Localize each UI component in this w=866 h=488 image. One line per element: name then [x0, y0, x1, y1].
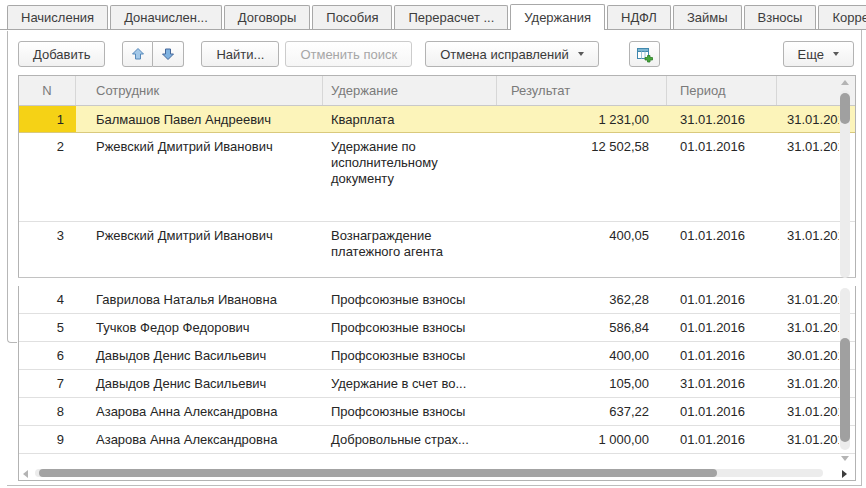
cell-n[interactable]: 9	[19, 426, 76, 453]
move-buttons	[122, 41, 184, 67]
cell-n[interactable]: 3	[19, 222, 76, 277]
cell-period_end[interactable]: 31.01.2016	[777, 398, 839, 425]
cell-period[interactable]: 31.01.2016	[667, 370, 777, 397]
tab-7[interactable]: Займы	[673, 5, 742, 30]
cell-result[interactable]: 637,22	[497, 398, 667, 425]
tab-6[interactable]: НДФЛ	[607, 5, 671, 30]
cell-n[interactable]: 5	[19, 314, 76, 341]
cell-employee[interactable]: Балмашов Павел Андреевич	[76, 106, 323, 132]
cell-employee[interactable]: Гаврилова Наталья Ивановна	[76, 286, 323, 313]
cell-n[interactable]: 4	[19, 286, 76, 313]
vertical-scrollbar-bottom[interactable]	[839, 288, 851, 464]
cell-period[interactable]: 01.01.2016	[667, 398, 777, 425]
cell-n[interactable]: 6	[19, 342, 76, 369]
cell-period[interactable]: 01.01.2016	[667, 342, 777, 369]
column-header-5[interactable]	[777, 76, 839, 105]
table-row[interactable]: 1Балмашов Павел АндреевичКварплата1 231,…	[19, 106, 855, 133]
cell-period_end[interactable]: 31.01.2016	[777, 133, 839, 221]
cell-deduction[interactable]: Профсоюзные взносы	[323, 398, 497, 425]
column-header-1[interactable]: Сотрудник	[76, 76, 323, 105]
cell-period[interactable]: 01.01.2016	[667, 133, 777, 221]
cell-deduction[interactable]: Профсоюзные взносы	[323, 286, 497, 313]
scrollbar-thumb[interactable]	[840, 338, 850, 442]
column-header-4[interactable]: Период	[667, 76, 777, 105]
table-plus-icon	[636, 46, 653, 63]
cancel-search-button[interactable]: Отменить поиск	[285, 41, 412, 67]
cell-period_end[interactable]: 31.01.2016	[777, 426, 839, 453]
cell-deduction[interactable]: Удержание в счет во...	[323, 370, 497, 397]
tab-2[interactable]: Договоры	[224, 5, 310, 30]
move-down-button[interactable]	[153, 41, 184, 67]
move-up-button[interactable]	[122, 41, 153, 67]
scroll-up-icon[interactable]	[841, 80, 849, 85]
cell-employee[interactable]: Давыдов Денис Васильевич	[76, 342, 323, 369]
column-header-0[interactable]: N	[19, 76, 76, 105]
cell-employee[interactable]: Тучков Федор Федорович	[76, 314, 323, 341]
vertical-scrollbar-top[interactable]	[839, 80, 851, 280]
table-row[interactable]: 2Ржевский Дмитрий ИвановичУдержание по и…	[19, 133, 855, 222]
cell-deduction[interactable]: Кварплата	[323, 106, 497, 132]
cancel-corrections-button[interactable]: Отмена исправлений	[425, 41, 599, 67]
column-header-2[interactable]: Удержание	[323, 76, 497, 105]
cell-period_end[interactable]: 31.01.2016	[777, 222, 839, 277]
cell-result[interactable]: 105,00	[497, 370, 667, 397]
tab-1[interactable]: Доначислен...	[110, 5, 222, 30]
cell-period[interactable]: 01.01.2016	[667, 286, 777, 313]
table-row[interactable]: 5Тучков Федор ФедоровичПрофсоюзные взнос…	[19, 314, 855, 342]
cell-result[interactable]: 12 502,58	[497, 133, 667, 221]
scroll-left-icon[interactable]	[23, 470, 28, 478]
cell-result[interactable]: 362,28	[497, 286, 667, 313]
tab-8[interactable]: Взносы	[744, 5, 817, 30]
table-row[interactable]: 9Азарова Анна АлександровнаДобровольные …	[19, 426, 855, 454]
column-header-3[interactable]: Результат	[497, 76, 667, 105]
cell-employee[interactable]: Азарова Анна Александровна	[76, 426, 323, 453]
add-button[interactable]: Добавить	[18, 41, 105, 67]
cell-deduction[interactable]: Вознаграждение платежного агента	[323, 222, 497, 277]
cell-result[interactable]: 586,84	[497, 314, 667, 341]
cell-result[interactable]: 400,05	[497, 222, 667, 277]
scroll-right-icon[interactable]	[842, 470, 847, 478]
more-button[interactable]: Еще	[783, 41, 854, 67]
horizontal-scrollbar[interactable]	[23, 468, 835, 478]
tab-9[interactable]: Корректиров...	[818, 5, 866, 30]
table-row[interactable]: 8Азарова Анна АлександровнаПрофсоюзные в…	[19, 398, 855, 426]
table-row[interactable]: 4Гаврилова Наталья ИвановнаПрофсоюзные в…	[19, 286, 855, 314]
cell-period[interactable]: 01.01.2016	[667, 426, 777, 453]
cell-period[interactable]: 01.01.2016	[667, 314, 777, 341]
cell-result[interactable]: 1 231,00	[497, 106, 667, 132]
cell-deduction[interactable]: Добровольные страх...	[323, 426, 497, 453]
scrollbar-thumb[interactable]	[39, 469, 717, 477]
cell-period_end[interactable]: 31.01.2016	[777, 286, 839, 313]
cell-employee[interactable]: Ржевский Дмитрий Иванович	[76, 133, 323, 221]
cell-employee[interactable]: Ржевский Дмитрий Иванович	[76, 222, 323, 277]
cell-deduction[interactable]: Профсоюзные взносы	[323, 342, 497, 369]
cell-n[interactable]: 8	[19, 398, 76, 425]
tab-5[interactable]: Удержания	[510, 4, 605, 30]
cell-period_end[interactable]: 30.01.2016	[777, 342, 839, 369]
cell-period[interactable]: 01.01.2016	[667, 222, 777, 277]
cell-period_end[interactable]: 31.01.2016	[777, 370, 839, 397]
tab-0[interactable]: Начисления	[7, 5, 108, 30]
scroll-down-icon[interactable]	[841, 456, 849, 461]
cell-n[interactable]: 7	[19, 370, 76, 397]
cell-result[interactable]: 1 000,00	[497, 426, 667, 453]
cell-period_end[interactable]: 31.01.2016	[777, 314, 839, 341]
tab-4[interactable]: Перерасчет ...	[394, 5, 508, 30]
table-row[interactable]: 6Давыдов Денис ВасильевичПрофсоюзные взн…	[19, 342, 855, 370]
tab-3[interactable]: Пособия	[312, 5, 392, 30]
scrollbar-thumb[interactable]	[840, 93, 850, 124]
cell-deduction[interactable]: Удержание по исполнительному документу	[323, 133, 497, 221]
cell-n[interactable]: 1	[19, 106, 76, 132]
find-button[interactable]: Найти...	[201, 41, 279, 67]
cell-result[interactable]: 400,00	[497, 342, 667, 369]
add-column-button[interactable]	[629, 41, 660, 67]
cell-employee[interactable]: Азарова Анна Александровна	[76, 398, 323, 425]
cell-employee[interactable]: Давыдов Денис Васильевич	[76, 370, 323, 397]
deductions-table: NСотрудникУдержаниеРезультатПериод 1Балм…	[18, 75, 856, 481]
table-row[interactable]: 7Давыдов Денис ВасильевичУдержание в сче…	[19, 370, 855, 398]
cell-period_end[interactable]: 31.01.2016	[777, 106, 839, 132]
cell-n[interactable]: 2	[19, 133, 76, 221]
cell-deduction[interactable]: Профсоюзные взносы	[323, 314, 497, 341]
table-row[interactable]: 3Ржевский Дмитрий ИвановичВознаграждение…	[19, 222, 855, 277]
cell-period[interactable]: 31.01.2016	[667, 106, 777, 132]
